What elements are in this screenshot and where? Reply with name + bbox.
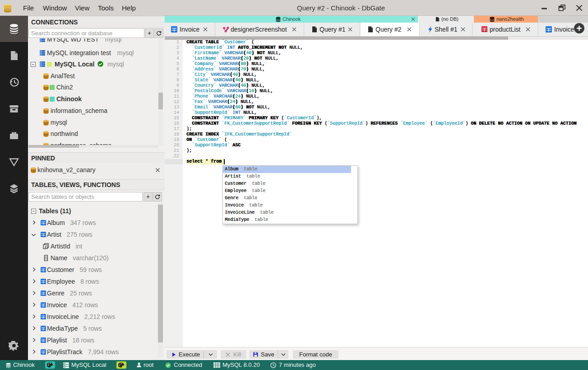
svg-text:1: 1 xyxy=(45,245,47,249)
